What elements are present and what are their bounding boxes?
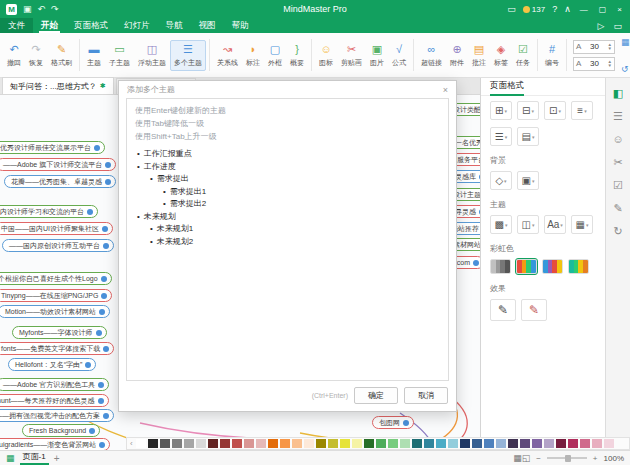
- redo-icon[interactable]: ↷: [51, 0, 59, 18]
- outline-item[interactable]: •未来规划: [135, 211, 440, 224]
- spinner-arrows[interactable]: ▲▼: [608, 60, 612, 68]
- toolbar-floating-topic-button[interactable]: ◫浮动主题: [134, 40, 170, 71]
- mindmap-node[interactable]: 一个根据你自己喜好生成个性Logo: [0, 272, 112, 285]
- display-mode-icon[interactable]: ▭: [507, 4, 516, 14]
- color-swatch[interactable]: [436, 439, 446, 448]
- hyperlink-icon[interactable]: [103, 413, 109, 419]
- toolbar-topic-button[interactable]: ▬主题: [83, 40, 105, 71]
- menu-item-5[interactable]: 导航: [158, 18, 191, 33]
- color-swatch[interactable]: [304, 439, 314, 448]
- format-panel-icon[interactable]: ◧: [613, 88, 623, 99]
- hyperlink-icon[interactable]: [473, 260, 479, 266]
- color-swatch[interactable]: [244, 439, 254, 448]
- outline-item[interactable]: •需求提出1: [135, 186, 440, 199]
- menu-item-7[interactable]: 帮助: [224, 18, 257, 33]
- toolbar-summary-button[interactable]: }概要: [286, 40, 308, 71]
- toolbar-callout-button[interactable]: ◗标注: [242, 40, 264, 71]
- size-spinner-2[interactable]: A30▲▼: [573, 57, 615, 71]
- presentation-icon[interactable]: ▷: [598, 21, 605, 31]
- menu-item-1[interactable]: 文件: [0, 18, 33, 33]
- dialog-close-icon[interactable]: ×: [443, 85, 448, 95]
- mindmap-node[interactable]: 球优秀设计师最佳交流展示平台: [0, 141, 105, 154]
- theme-colors-button[interactable]: ▦▾: [571, 215, 593, 234]
- color-swatch[interactable]: [376, 439, 386, 448]
- toolbar-picture-button[interactable]: ▣图片: [366, 40, 388, 71]
- color-swatch[interactable]: [352, 439, 362, 448]
- mindmap-node[interactable]: Motion——动效设计素材网站: [0, 305, 110, 318]
- hyperlink-icon[interactable]: [103, 243, 109, 249]
- mindmap-node[interactable]: uigradients——渐变色背景网站: [0, 438, 110, 450]
- hyperlink-icon[interactable]: [403, 420, 409, 426]
- toolbar-icon-marker-button[interactable]: ☺图标: [315, 40, 337, 71]
- hyperlink-icon[interactable]: [101, 293, 107, 299]
- color-swatch[interactable]: [556, 439, 566, 448]
- icon-library-panel-icon[interactable]: ☺: [612, 134, 623, 145]
- palette-collapse-handle[interactable]: ‹: [130, 439, 133, 448]
- toolbar-relationship-button[interactable]: ↝关系线: [213, 40, 242, 71]
- rainbow-option-4[interactable]: [568, 259, 589, 274]
- branch-style-button[interactable]: ▤▾: [517, 127, 539, 146]
- hyperlink-icon[interactable]: [99, 309, 105, 315]
- menu-item-2[interactable]: 开始: [33, 18, 66, 33]
- structure-mindmap-button[interactable]: ⊞▾: [490, 101, 512, 120]
- color-swatch[interactable]: [496, 439, 506, 448]
- structure-org-chart-button[interactable]: ⊡▾: [544, 101, 566, 120]
- outline-item[interactable]: •工作汇报重点: [135, 148, 440, 161]
- color-swatch[interactable]: [268, 439, 278, 448]
- mindmap-node[interactable]: ——拥有强烈视觉冲击的配色方案: [0, 409, 114, 422]
- document-tab-1[interactable]: 知乎问答：...思维方式？✱: [2, 77, 114, 94]
- hyperlink-icon[interactable]: [94, 145, 100, 151]
- add-sheet-button[interactable]: +: [54, 453, 60, 464]
- maximize-button[interactable]: ▢: [597, 5, 609, 14]
- color-swatch[interactable]: [604, 439, 614, 448]
- outline-item[interactable]: •工作进度: [135, 161, 440, 174]
- color-swatch[interactable]: [328, 439, 338, 448]
- pages-overview-icon[interactable]: ▦: [513, 453, 522, 463]
- comment-panel-icon[interactable]: ✎: [613, 203, 622, 214]
- color-swatch[interactable]: [172, 439, 182, 448]
- toolbar-boundary-button[interactable]: ▢外框: [264, 40, 286, 71]
- hyperlink-icon[interactable]: [103, 346, 109, 352]
- hyperlink-icon[interactable]: [105, 162, 111, 168]
- clipart-panel-icon[interactable]: ✂: [613, 157, 622, 168]
- color-swatch[interactable]: [484, 439, 494, 448]
- toolbar-format-painter-button[interactable]: ✎格式刷: [47, 40, 76, 71]
- color-swatch[interactable]: [544, 439, 554, 448]
- outline-panel-icon[interactable]: ☰: [613, 111, 623, 122]
- toolbar-numbering-button[interactable]: #编号: [541, 40, 563, 71]
- theme-variant-button[interactable]: ◫▾: [517, 215, 539, 234]
- ok-button[interactable]: 确定: [354, 387, 398, 404]
- theme-style-button[interactable]: ▩▾: [490, 215, 512, 234]
- theme-font-button[interactable]: Aa▾: [544, 215, 566, 234]
- save-icon[interactable]: ▣: [23, 0, 32, 18]
- toolbar-subtopic-button[interactable]: ▭子主题: [105, 40, 134, 71]
- color-swatch[interactable]: [220, 439, 230, 448]
- outline-item[interactable]: •未来规划1: [135, 223, 440, 236]
- mindmap-node[interactable]: ——Adobe 官方识别配色工具: [0, 378, 109, 391]
- reset-button[interactable]: ↺重置▾: [618, 58, 630, 80]
- effect-pen-button[interactable]: ✎: [521, 299, 547, 321]
- size-spinner-1[interactable]: A30▲▼: [573, 40, 615, 54]
- color-swatch[interactable]: [148, 439, 158, 448]
- connector-style-button[interactable]: ☰▾: [490, 127, 512, 146]
- mindmap-node[interactable]: 花瓣——优秀图集、卓越灵感: [4, 175, 116, 188]
- minimize-button[interactable]: —: [578, 5, 590, 14]
- layout-button[interactable]: ▦布局▾: [618, 31, 630, 53]
- rainbow-option-1[interactable]: [490, 259, 511, 274]
- hyperlink-icon[interactable]: [87, 209, 93, 215]
- zoom-slider[interactable]: [547, 457, 587, 459]
- coins-badge[interactable]: 137: [523, 5, 545, 14]
- close-button[interactable]: ×: [615, 5, 624, 14]
- color-swatch[interactable]: [160, 439, 170, 448]
- mindmap-node[interactable]: Tinypng——在线压缩PNG/JPG: [0, 289, 112, 302]
- toolbar-tag-button[interactable]: ◈标签: [490, 40, 512, 71]
- hyperlink-icon[interactable]: [96, 330, 102, 336]
- hyperlink-icon[interactable]: [85, 362, 91, 368]
- menu-item-4[interactable]: 幻灯片: [116, 18, 158, 33]
- color-swatch[interactable]: [508, 439, 518, 448]
- color-swatch[interactable]: [280, 439, 290, 448]
- toolbar-hyperlink-button[interactable]: ∞超链接: [417, 40, 446, 71]
- color-swatch[interactable]: [424, 439, 434, 448]
- undo-icon[interactable]: ↶: [38, 0, 46, 18]
- color-swatch[interactable]: [568, 439, 578, 448]
